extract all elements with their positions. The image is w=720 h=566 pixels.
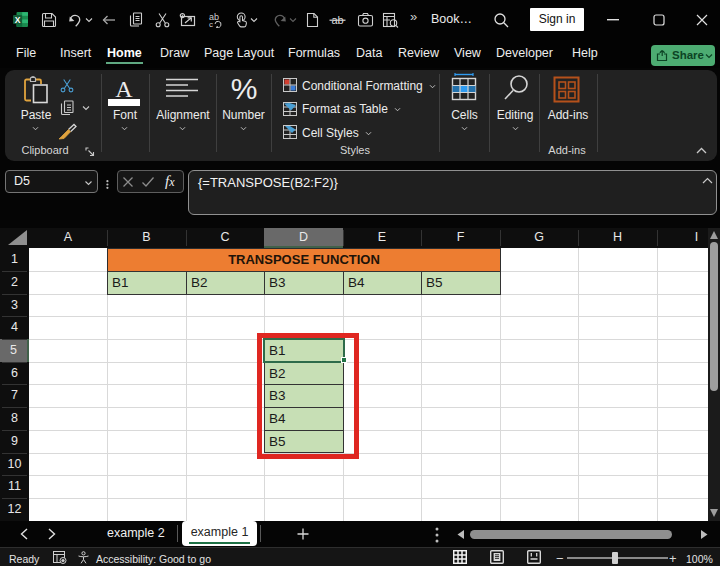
svg-text:c: c bbox=[209, 20, 213, 28]
svg-text:X: X bbox=[15, 15, 21, 25]
svg-text:%: % bbox=[231, 73, 258, 105]
svg-text:A: A bbox=[115, 76, 133, 102]
